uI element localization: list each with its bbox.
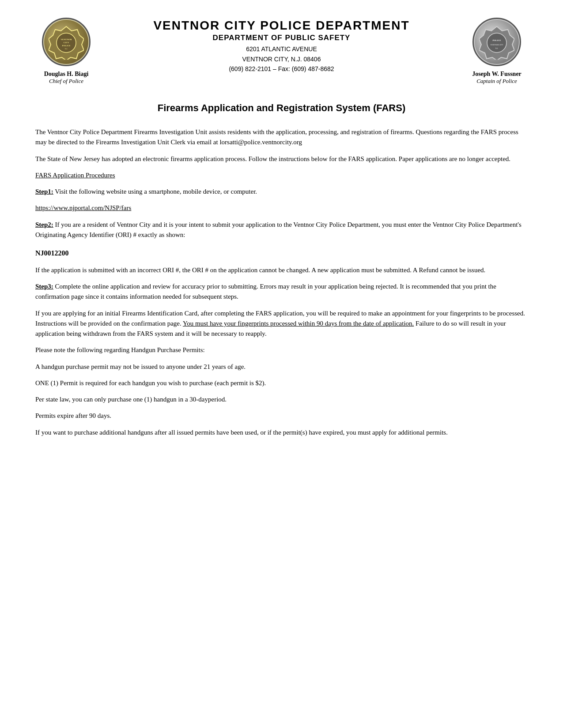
svg-text:POLICE: POLICE (62, 45, 71, 47)
address-line1: 6201 ATLANTIC AVENUE (106, 44, 457, 54)
section-heading-text: FARS Application Procedures (35, 170, 528, 180)
badge-right-icon: POLICE VENTNOR CITY N.J. (479, 24, 514, 60)
handgun-expire: Permits expire after 90 days. (35, 411, 528, 421)
step2-text: If you are a resident of Ventnor City an… (35, 221, 521, 238)
page: VENTNOR CITY POLICE N.J. Douglas H. Biag… (0, 0, 563, 728)
dept-address: 6201 ATLANTIC AVENUE VENTNOR CITY, N.J. … (106, 44, 457, 74)
fingerprints-underline: You must have your fingerprints processe… (183, 320, 414, 327)
captain-title: Captain of Police (476, 78, 517, 85)
header-center: VENTNOR CITY POLICE DEPARTMENT DEPARTMEN… (97, 18, 466, 74)
section-heading: FARS Application Procedures (35, 170, 528, 180)
header-left: VENTNOR CITY POLICE N.J. Douglas H. Biag… (35, 18, 97, 85)
handgun-age: A handgun purchase permit may not be iss… (35, 362, 528, 372)
chief-title: Chief of Police (49, 78, 83, 85)
svg-text:N.J.: N.J. (495, 47, 498, 49)
paragraph2: The State of New Jersey has adopted an e… (35, 154, 528, 164)
chief-name: Douglas H. Biagi (44, 71, 89, 78)
handgun-state: Per state law, you can only purchase one… (35, 394, 528, 405)
dept-name-main: VENTNOR CITY POLICE DEPARTMENT (106, 18, 457, 34)
dept-name-sub: DEPARTMENT OF PUBLIC SAFETY (106, 34, 457, 42)
step1-text: Visit the following website using a smar… (53, 188, 257, 195)
handgun-one: ONE (1) Permit is required for each hand… (35, 378, 528, 388)
header-right: POLICE VENTNOR CITY N.J. Joseph W. Fussn… (466, 18, 528, 85)
fingerprints-paragraph: If you are applying for an initial Firea… (35, 308, 528, 339)
step3-text: Complete the online application and revi… (35, 283, 496, 300)
step1-link-paragraph: https://www.njportal.com/NJSP/fars (35, 203, 528, 213)
step1-paragraph: Step1: Visit the following website using… (35, 187, 528, 197)
step3-paragraph: Step3: Complete the online application a… (35, 281, 528, 302)
step2-label: Step2: (35, 221, 53, 228)
ori-number: NJ0012200 (35, 248, 528, 259)
ori-warning: If the application is submitted with an … (35, 265, 528, 275)
logo-inner-left: VENTNOR CITY POLICE N.J. (44, 20, 88, 64)
svg-text:N.J.: N.J. (65, 48, 68, 50)
paragraph1: The Ventnor City Police Department Firea… (35, 127, 528, 148)
svg-text:CITY: CITY (64, 41, 69, 44)
svg-point-7 (487, 33, 506, 53)
svg-text:VENTNOR CITY: VENTNOR CITY (490, 44, 503, 46)
step1-label: Step1: (35, 188, 53, 195)
svg-text:POLICE: POLICE (492, 39, 501, 41)
captain-name: Joseph W. Fussner (472, 71, 521, 78)
handgun-note: Please note the following regarding Hand… (35, 345, 528, 355)
page-title-section: Firearms Application and Registration Sy… (35, 102, 528, 114)
logo-left: VENTNOR CITY POLICE N.J. (42, 18, 91, 66)
phone: (609) 822-2101 – Fax: (609) 487-8682 (106, 64, 457, 74)
handgun-additional: If you want to purchase additional handg… (35, 428, 528, 438)
page-title: Firearms Application and Registration Sy… (35, 102, 528, 114)
logo-right: POLICE VENTNOR CITY N.J. (472, 18, 521, 66)
content: The Ventnor City Police Department Firea… (35, 127, 528, 438)
step1-link[interactable]: https://www.njportal.com/NJSP/fars (35, 204, 131, 211)
badge-left-icon: VENTNOR CITY POLICE N.J. (49, 24, 84, 60)
header: VENTNOR CITY POLICE N.J. Douglas H. Biag… (35, 18, 528, 85)
address-line2: VENTNOR CITY, N.J. 08406 (106, 54, 457, 64)
logo-inner-right: POLICE VENTNOR CITY N.J. (475, 20, 519, 64)
svg-text:VENTNOR: VENTNOR (60, 38, 72, 41)
step3-label: Step3: (35, 283, 53, 290)
step2-paragraph: Step2: If you are a resident of Ventnor … (35, 220, 528, 240)
